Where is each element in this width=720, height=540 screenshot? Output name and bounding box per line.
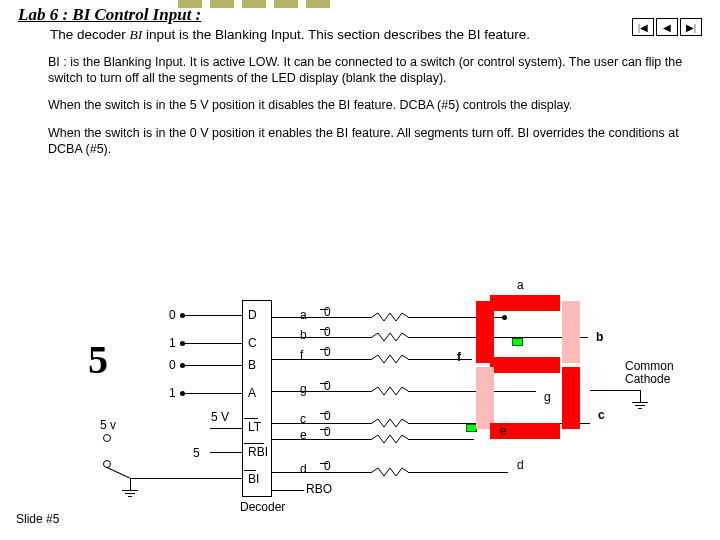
ctrl-5v: 5 V	[211, 410, 229, 424]
out-rbo: RBO	[306, 482, 332, 496]
out-d: d	[300, 462, 307, 476]
decoder-label: Decoder	[240, 500, 285, 514]
out-g: g	[300, 382, 307, 396]
pin-RBI: RBI	[248, 445, 268, 459]
seg-b: b	[596, 330, 603, 344]
page-title: Lab 6 : BI Control Input :	[0, 0, 720, 25]
para-0v: When the switch is in the 0 V position i…	[0, 118, 720, 161]
seg-c: c	[598, 408, 605, 422]
val-c: 0	[324, 409, 331, 423]
seg-a: a	[517, 278, 524, 292]
pin-BI: BI	[248, 472, 259, 486]
decoder-box	[242, 300, 272, 497]
source-5v: 5 v	[100, 418, 116, 432]
bit-2: 0	[169, 358, 176, 372]
subtitle: The decoder BI input is the Blanking Inp…	[0, 25, 610, 47]
decorative-bars	[178, 0, 330, 8]
first-icon[interactable]: |◀	[632, 18, 654, 36]
slide-number: Slide #5	[16, 512, 59, 526]
bit-1: 1	[169, 336, 176, 350]
val-e: 0	[324, 425, 331, 439]
out-a: a	[300, 308, 307, 322]
val-f: 0	[324, 345, 331, 359]
val-d: 0	[324, 459, 331, 473]
next-icon[interactable]: ▶|	[680, 18, 702, 36]
digit-5: 5	[88, 336, 108, 383]
para-5v: When the switch is in the 5 V position i…	[0, 90, 720, 118]
seven-segment	[476, 295, 586, 455]
bit-3: 1	[169, 386, 176, 400]
out-b: b	[300, 328, 307, 342]
seg-d: d	[517, 458, 524, 472]
para-bi: BI : is the Blanking Input. It is active…	[0, 47, 720, 90]
seg-g: g	[544, 390, 551, 404]
bit-0: 0	[169, 308, 176, 322]
resistors-icon	[370, 304, 450, 484]
seg-e: e	[500, 424, 507, 438]
circuit-diagram: 5 0 D 1 C 0 B 1 A Decoder 5 V LT RBI 5 B…	[0, 260, 720, 520]
pin-LT: LT	[248, 420, 261, 434]
common-cathode: Common Cathode	[625, 360, 685, 386]
ctrl-5: 5	[193, 446, 200, 460]
nav-controls: |◀ ◀ ▶|	[632, 18, 702, 36]
seg-f: f	[457, 350, 461, 364]
prev-icon[interactable]: ◀	[656, 18, 678, 36]
